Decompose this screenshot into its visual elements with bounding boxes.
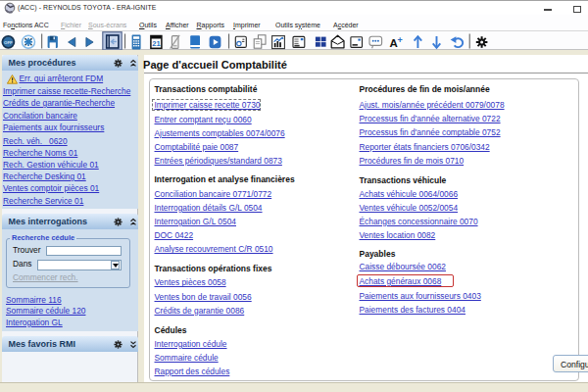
svg-text:+: +: [398, 35, 403, 45]
svg-text:OFF: OFF: [4, 40, 13, 45]
svg-text:21: 21: [152, 39, 161, 48]
svg-text:A: A: [389, 37, 397, 49]
